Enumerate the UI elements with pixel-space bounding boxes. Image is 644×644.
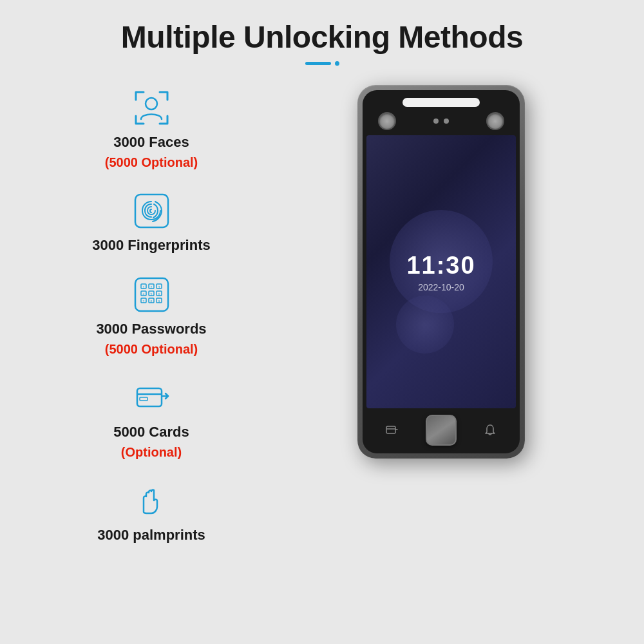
feature-cards-optional: (Optional) xyxy=(121,444,182,460)
feature-faces: 3000 Faces (5000 Optional) xyxy=(52,85,251,170)
svg-text:5: 5 xyxy=(150,292,152,296)
svg-rect-24 xyxy=(386,426,395,433)
indicator-dot xyxy=(335,61,339,66)
device-sensor-dot-1 xyxy=(433,118,439,124)
device-screen: 11:30 2022-10-20 xyxy=(366,135,516,408)
feature-fingerprints-label: 3000 Fingerprints xyxy=(92,237,210,254)
title-indicator xyxy=(305,61,339,66)
feature-passwords: 1 2 3 4 5 6 7 8 9 3000 Passwords (5000 O… xyxy=(52,272,251,357)
svg-text:9: 9 xyxy=(158,299,160,303)
device-bell-icon xyxy=(483,423,497,437)
screen-circle-small xyxy=(396,296,454,354)
device-bottom xyxy=(363,408,520,453)
svg-text:4: 4 xyxy=(142,292,144,296)
svg-rect-23 xyxy=(140,397,147,401)
face-icon xyxy=(129,85,174,130)
device-sensor-bar xyxy=(402,98,480,107)
device-card-reader-icon xyxy=(385,423,399,437)
feature-cards: 5000 Cards (Optional) xyxy=(52,375,251,460)
svg-text:7: 7 xyxy=(142,299,144,303)
feature-faces-label: 3000 Faces xyxy=(113,134,189,151)
screen-date: 2022-10-20 xyxy=(418,282,464,292)
svg-rect-1 xyxy=(135,194,168,227)
card-icon xyxy=(129,375,174,420)
palm-icon xyxy=(129,478,174,523)
svg-text:2: 2 xyxy=(150,285,152,289)
main-content: 3000 Faces (5000 Optional) 3000 Fingerpr… xyxy=(0,72,644,556)
feature-palmprints: 3000 palmprints xyxy=(52,478,251,544)
svg-text:1: 1 xyxy=(142,285,144,289)
svg-text:6: 6 xyxy=(158,292,160,296)
device-small-sensors xyxy=(433,118,449,124)
device-cameras-row xyxy=(372,112,511,130)
device-top xyxy=(363,90,520,135)
page-title: Multiple Unlocking Methods xyxy=(121,19,523,55)
feature-fingerprints: 3000 Fingerprints xyxy=(52,188,251,254)
screen-time: 11:30 xyxy=(406,252,475,279)
feature-faces-optional: (5000 Optional) xyxy=(105,155,198,170)
feature-passwords-label: 3000 Passwords xyxy=(96,321,206,337)
svg-text:8: 8 xyxy=(150,299,152,303)
password-icon: 1 2 3 4 5 6 7 8 9 xyxy=(129,272,174,317)
feature-passwords-optional: (5000 Optional) xyxy=(105,341,198,357)
device-fingerprint-button[interactable] xyxy=(426,415,457,446)
svg-text:3: 3 xyxy=(158,285,160,289)
indicator-bar xyxy=(305,62,331,65)
feature-palmprints-label: 3000 palmprints xyxy=(97,527,205,544)
device-panel: 11:30 2022-10-20 xyxy=(277,85,605,459)
svg-point-0 xyxy=(146,98,157,109)
device-outer: 11:30 2022-10-20 xyxy=(357,85,525,459)
features-panel: 3000 Faces (5000 Optional) 3000 Fingerpr… xyxy=(52,85,251,544)
feature-cards-label: 5000 Cards xyxy=(113,424,189,440)
device-camera-right xyxy=(486,112,504,130)
device-sensor-dot-2 xyxy=(444,118,449,124)
fingerprint-icon xyxy=(129,188,174,233)
device-camera-left xyxy=(378,112,396,130)
device-inner: 11:30 2022-10-20 xyxy=(363,90,520,453)
